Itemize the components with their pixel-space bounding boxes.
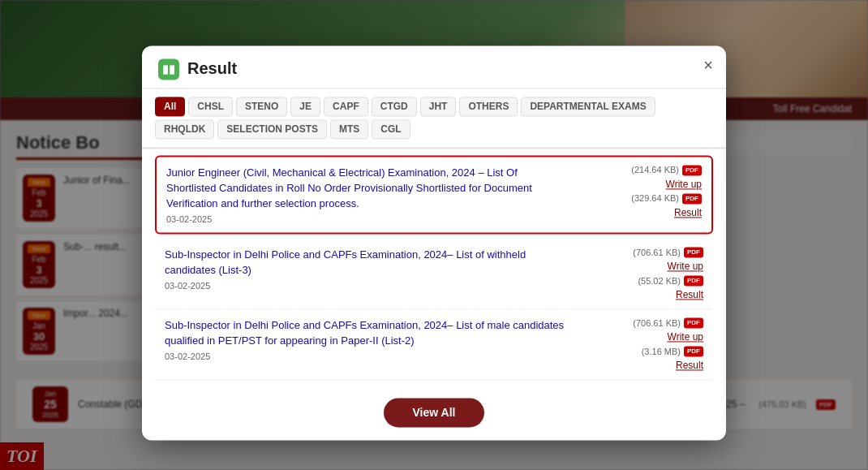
result-1-content: Junior Engineer (Civil, Mechanical & Ele… [166, 165, 565, 225]
tab-capf[interactable]: CAPF [324, 97, 368, 116]
tab-jht[interactable]: JHT [420, 97, 457, 116]
tab-cgl[interactable]: CGL [372, 119, 410, 139]
modal-header: ▮▮ Result × [142, 45, 726, 88]
modal-icon: ▮▮ [158, 58, 179, 80]
result-2-result-group: (55.02 KB) PDF [638, 276, 703, 287]
result-1-links: (214.64 KB) PDF Write up (329.64 KB) PDF… [572, 165, 702, 218]
result-3-writeup-link[interactable]: Write up [668, 332, 703, 343]
result-3-title[interactable]: Sub-Inspector in Delhi Police and CAPFs … [165, 320, 564, 347]
result-3-writeup-pdf: PDF [684, 318, 703, 329]
tab-all[interactable]: All [155, 97, 185, 116]
tab-ctgd[interactable]: CTGD [372, 97, 417, 116]
result-2-writeup-size: (706.61 KB) [633, 248, 681, 257]
result-2-writeup-group: (706.61 KB) PDF [633, 248, 703, 258]
tab-steno[interactable]: STENO [236, 97, 287, 116]
result-item-2: Sub-Inspector in Delhi Police and CAPFs … [155, 239, 713, 310]
result-2-writeup-pdf: PDF [684, 248, 703, 258]
result-item-1: Junior Engineer (Civil, Mechanical & Ele… [155, 155, 713, 235]
result-2-links: (706.61 KB) PDF Write up (55.02 KB) PDF … [574, 248, 703, 301]
result-3-writeup-size: (706.61 KB) [633, 318, 681, 328]
view-all-button[interactable]: View All [384, 399, 485, 428]
results-list: Junior Engineer (Civil, Mechanical & Ele… [142, 149, 726, 387]
result-modal: ▮▮ Result × All CHSL STENO JE CAPF CTGD … [142, 45, 726, 441]
tab-mts[interactable]: MTS [330, 119, 368, 139]
result-3-date: 03-02-2025 [165, 352, 567, 362]
result-1-result-pdf: PDF [682, 193, 702, 204]
result-1-title[interactable]: Junior Engineer (Civil, Mechanical & Ele… [166, 166, 532, 209]
result-3-result-group: (3.16 MB) PDF [642, 347, 703, 357]
result-2-date: 03-02-2025 [165, 282, 567, 291]
result-3-writeup-group: (706.61 KB) PDF [633, 318, 703, 329]
result-1-result-link[interactable]: Result [674, 207, 702, 218]
tab-departmental[interactable]: DEPARTMENTAL EXAMS [521, 97, 655, 116]
view-all-container: View All [142, 387, 726, 441]
tab-chsl[interactable]: CHSL [188, 97, 233, 116]
close-button[interactable]: × [703, 57, 713, 73]
tab-selection-posts[interactable]: SELECTION POSTS [217, 119, 327, 139]
modal-title: Result [187, 59, 237, 78]
result-2-result-size: (55.02 KB) [638, 276, 681, 286]
result-3-links: (706.61 KB) PDF Write up (3.16 MB) PDF R… [574, 318, 703, 372]
result-3-result-link[interactable]: Result [676, 360, 703, 372]
result-1-date: 03-02-2025 [166, 215, 565, 225]
result-2-result-link[interactable]: Result [676, 290, 703, 301]
result-item-3: Sub-Inspector in Delhi Police and CAPFs … [155, 310, 713, 381]
result-3-result-pdf: PDF [684, 347, 703, 357]
result-2-title[interactable]: Sub-Inspector in Delhi Police and CAPFs … [165, 249, 526, 277]
result-1-writeup-size: (214.64 KB) [631, 165, 679, 175]
tab-others[interactable]: OTHERS [459, 97, 518, 116]
result-3-content: Sub-Inspector in Delhi Police and CAPFs … [165, 318, 567, 362]
result-2-result-pdf: PDF [684, 276, 703, 287]
result-1-result-size: (329.64 KB) [631, 193, 679, 203]
result-1-writeup-pdf: PDF [682, 165, 702, 175]
result-2-content: Sub-Inspector in Delhi Police and CAPFs … [165, 248, 567, 291]
result-2-writeup-link[interactable]: Write up [668, 261, 703, 273]
tab-je[interactable]: JE [290, 97, 320, 116]
result-1-writeup-group: (214.64 KB) PDF [631, 165, 702, 175]
tab-bar: All CHSL STENO JE CAPF CTGD JHT OTHERS D… [142, 88, 726, 149]
tab-rhqldk[interactable]: RHQLDK [155, 119, 214, 139]
result-1-result-group: (329.64 KB) PDF [631, 193, 702, 204]
result-1-writeup-link[interactable]: Write up [666, 179, 702, 190]
result-3-result-size: (3.16 MB) [642, 347, 681, 356]
